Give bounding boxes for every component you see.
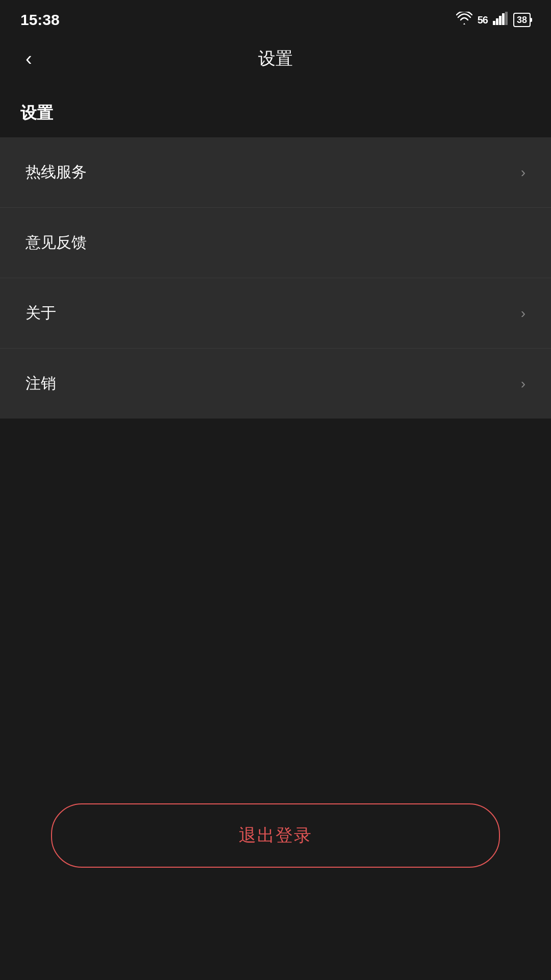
svg-rect-2 (499, 16, 502, 25)
menu-item-cancel-account-label: 注销 (26, 373, 56, 394)
network-5g-icon: 56 (478, 14, 488, 26)
svg-rect-3 (502, 13, 505, 25)
section-title: 设置 (0, 82, 551, 137)
menu-item-cancel-account[interactable]: 注销 › (0, 349, 551, 419)
battery-level: 38 (517, 15, 527, 24)
nav-title: 设置 (258, 47, 293, 70)
battery-icon: 38 (513, 13, 531, 27)
status-time: 15:38 (20, 11, 60, 29)
battery-tip (531, 18, 532, 22)
back-button[interactable]: ‹ (20, 43, 37, 75)
menu-container: 热线服务 › 意见反馈 关于 › 注销 › (0, 137, 551, 419)
svg-rect-0 (493, 21, 495, 25)
menu-item-about[interactable]: 关于 › (0, 278, 551, 349)
svg-rect-1 (496, 18, 498, 25)
status-icons: 56 38 (456, 12, 531, 28)
chevron-right-icon-about: › (521, 305, 525, 322)
nav-bar: ‹ 设置 (0, 36, 551, 82)
menu-item-feedback[interactable]: 意见反馈 (0, 208, 551, 278)
menu-item-feedback-label: 意见反馈 (26, 232, 87, 253)
signal-bars-icon (493, 12, 508, 28)
logout-button[interactable]: 退出登录 (51, 803, 500, 868)
menu-item-about-label: 关于 (26, 303, 56, 324)
chevron-right-icon-cancel: › (521, 376, 525, 392)
menu-item-hotline[interactable]: 热线服务 › (0, 137, 551, 208)
svg-rect-4 (505, 12, 508, 25)
logout-section: 退出登录 (51, 803, 500, 868)
wifi-icon (456, 12, 472, 28)
menu-item-hotline-label: 热线服务 (26, 162, 87, 183)
status-bar: 15:38 56 38 (0, 0, 551, 36)
chevron-right-icon-hotline: › (521, 164, 525, 181)
